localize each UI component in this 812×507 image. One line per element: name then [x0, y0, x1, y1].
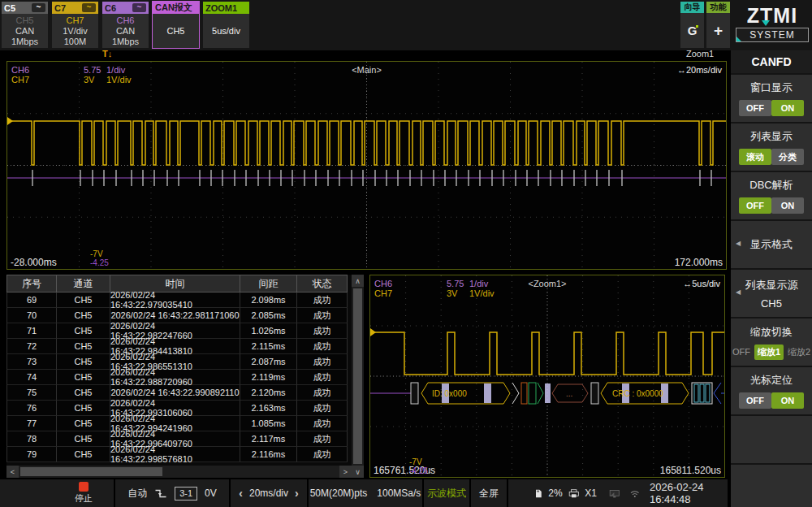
panel-DBC解析[interactable]: DBC解析OFFON — [731, 172, 812, 219]
can-frame-table: 序号通道时间间距状态69CH52026/02/24 16:43:22.97903… — [6, 275, 364, 478]
channel-tab: ZOOM1 — [203, 2, 249, 14]
table-row[interactable]: 74CH52026/02/24 16:43:22.9887209602.119m… — [6, 370, 352, 385]
toggle-option-ON[interactable]: ON — [771, 392, 804, 409]
svg-text:...: ... — [566, 389, 572, 398]
toggle-option-ON[interactable]: ON — [771, 100, 804, 116]
timebase-prev-button[interactable]: ‹ — [239, 487, 243, 500]
channel-box-C5[interactable]: C5~CH5CAN1Mbps — [2, 2, 48, 48]
channel-info: CH5 — [153, 14, 199, 48]
svg-text:ID: 0x000: ID: 0x000 — [432, 389, 467, 398]
storage-card-icon — [534, 488, 542, 500]
table-cell: 70 — [6, 308, 57, 323]
toggle-option-ON[interactable]: ON — [771, 197, 804, 214]
channel-box-C7[interactable]: C7~CH71V/div100M — [52, 2, 98, 48]
toggle-option-缩放1[interactable]: 缩放1 — [754, 344, 784, 360]
logo-accent-triangle — [762, 20, 770, 26]
scroll-down-button[interactable]: ∨ — [352, 466, 364, 478]
table-grid[interactable]: 序号通道时间间距状态69CH52026/02/24 16:43:22.97903… — [6, 275, 352, 466]
toggle-option-缩放2[interactable]: 缩放2 — [788, 346, 810, 358]
toggle-group: OFFON — [739, 100, 804, 116]
channel-box-ZOOM1[interactable]: ZOOM15us/div — [203, 2, 249, 48]
channel-tab: C7~ — [52, 2, 98, 14]
scope-mode-button[interactable]: 示波模式 — [424, 479, 471, 507]
table-cell: 成功 — [297, 447, 348, 462]
trigger-position-marker[interactable]: T↓ — [102, 49, 112, 58]
trigger-level-label: 0V — [205, 488, 217, 499]
table-cell: 73 — [6, 354, 57, 370]
table-row[interactable]: 69CH52026/02/24 16:43:22.9790354102.098m… — [6, 292, 352, 308]
toggle-option-OFF[interactable]: OFF — [739, 392, 771, 409]
wave-coupling-icon[interactable]: ~ — [32, 3, 45, 12]
panel-empty — [731, 416, 812, 463]
channel-box-C6[interactable]: C6~CH6CAN1Mbps — [102, 2, 149, 48]
panel-label: 列表显示源 — [745, 278, 798, 292]
panel-empty — [731, 465, 812, 507]
channel-box-CAN报文[interactable]: CAN报文CH5 — [153, 2, 199, 48]
zoom-waveform-display[interactable]: ID: 0x000...CRC : 0x0000CH65.751/divCH73… — [369, 275, 725, 478]
table-cell: 79 — [6, 447, 57, 462]
topbar: C5~CH5CAN1MbpsC7~CH71V/div100MC6~CH6CAN1… — [0, 0, 812, 52]
zoom1-window-label: Zoom1 — [686, 49, 714, 58]
channel-info-line: 1Mbps — [112, 37, 139, 47]
panel-显示格式[interactable]: 显示格式◀ — [731, 221, 812, 268]
panel-缩放切换[interactable]: 缩放切换OFF缩放1缩放2 — [731, 318, 812, 366]
table-cell: CH5 — [57, 339, 110, 354]
channel-info: CH5CAN1Mbps — [2, 14, 48, 48]
vertical-scroll-thumb[interactable] — [353, 288, 362, 464]
table-cell: CH5 — [57, 292, 110, 308]
sidebar: CANFD 窗口显示OFFON列表显示滚动分类DBC解析OFFON显示格式◀列表… — [731, 50, 812, 507]
scroll-up-button[interactable]: ∧ — [352, 275, 364, 287]
fullscreen-button[interactable]: 全屏 — [471, 479, 508, 507]
column-header-序号: 序号 — [6, 275, 57, 292]
printer-icon — [568, 488, 580, 500]
function-button[interactable]: 功能 + — [706, 2, 730, 48]
horizontal-scrollbar[interactable]: < > — [6, 466, 352, 478]
timebase-next-button[interactable]: › — [295, 487, 299, 500]
table-cell: 2.120ms — [240, 385, 297, 401]
wave-coupling-icon[interactable]: ~ — [132, 3, 146, 12]
table-cell: 71 — [6, 323, 57, 339]
panel-label: 列表显示 — [750, 129, 793, 144]
chevron-left-icon: ◀ — [736, 288, 741, 296]
table-row[interactable]: 79CH52026/02/24 16:43:22.9985768102.116m… — [6, 447, 352, 462]
horizontal-scroll-thumb[interactable] — [20, 467, 162, 476]
level-marker-purple: -4.25 — [409, 466, 428, 475]
table-cell: 76 — [6, 401, 57, 416]
toggle-option-OFF[interactable]: OFF — [732, 347, 750, 357]
function-label: 功能 — [706, 2, 730, 13]
toggle-option-分类[interactable]: 分类 — [771, 149, 804, 165]
table-cell: CH5 — [57, 308, 110, 323]
toggle-option-OFF[interactable]: OFF — [739, 197, 771, 214]
scroll-left-button[interactable]: < — [6, 466, 19, 478]
scope-title: <Main> — [7, 65, 726, 75]
panel-窗口显示[interactable]: 窗口显示OFFON — [731, 75, 812, 122]
channel-info-line: CH5 — [15, 15, 33, 26]
timebase-value[interactable]: 20ms/div — [249, 488, 288, 499]
trigger-source-badge: 3-1 — [175, 487, 197, 500]
plus-icon: + — [714, 22, 723, 40]
storage-usage-label: 2% — [548, 488, 562, 499]
toggle-group: OFF缩放1缩放2 — [732, 344, 810, 360]
scope-timebase: ↔5us/div — [683, 279, 720, 288]
run-stop-control[interactable]: 停止 — [0, 479, 115, 507]
scroll-right-button[interactable]: > — [339, 466, 352, 478]
wifi-icon — [629, 488, 641, 499]
main-waveform-display[interactable]: CH65.751/divCH73V1V/div<Main>↔20ms/div-2… — [6, 61, 727, 270]
panel-光标定位[interactable]: 光标定位OFFON — [731, 367, 812, 414]
toggle-group: 滚动分类 — [739, 149, 804, 165]
panel-列表显示源[interactable]: 列表显示源◀CH5 — [731, 270, 812, 317]
scope-title: <Zoom1> — [370, 279, 724, 288]
wave-coupling-icon[interactable]: ~ — [82, 3, 96, 12]
table-cell: 成功 — [297, 354, 348, 370]
toggle-option-OFF[interactable]: OFF — [739, 100, 771, 116]
print-multiplier-label: X1 — [585, 488, 597, 499]
table-cell: 77 — [6, 416, 57, 431]
trigger-settings[interactable]: 自动 3-1 0V — [115, 479, 231, 507]
toggle-option-滚动[interactable]: 滚动 — [739, 149, 771, 165]
vertical-scrollbar[interactable]: ∧ — [352, 275, 364, 466]
channel-strip: C5~CH5CAN1MbpsC7~CH71V/div100MC6~CH6CAN1… — [2, 2, 249, 48]
system-badge[interactable]: SYSTEM — [736, 28, 808, 42]
wizard-button[interactable]: 向导 G — [680, 2, 704, 48]
scope-mode-label: 示波模式 — [427, 487, 466, 500]
panel-列表显示[interactable]: 列表显示滚动分类 — [731, 124, 812, 171]
